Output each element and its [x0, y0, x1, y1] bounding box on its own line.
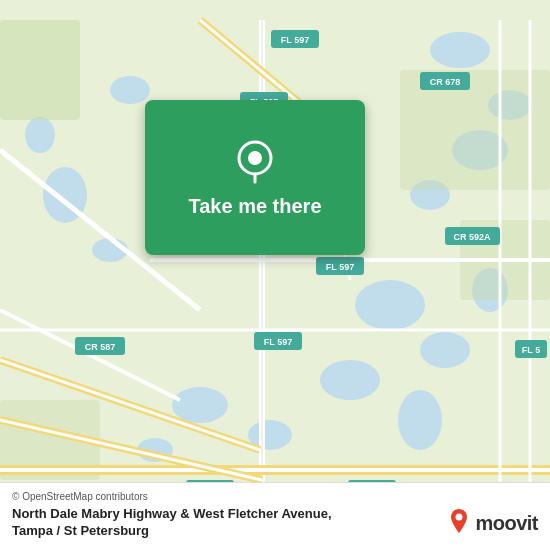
location-text: North Dale Mabry Highway & West Fletcher…: [12, 506, 332, 540]
svg-rect-16: [0, 20, 80, 120]
pin-icon: [231, 137, 279, 185]
svg-point-62: [456, 514, 463, 521]
svg-point-0: [430, 32, 490, 68]
bottom-bar: © OpenStreetMap contributors North Dale …: [0, 482, 550, 550]
attribution: © OpenStreetMap contributors: [12, 491, 538, 502]
svg-point-4: [355, 280, 425, 330]
svg-text:CR 587: CR 587: [85, 342, 116, 352]
svg-point-12: [110, 76, 150, 104]
bottom-content: North Dale Mabry Highway & West Fletcher…: [12, 506, 538, 540]
svg-text:CR 592A: CR 592A: [453, 232, 491, 242]
svg-text:FL 597: FL 597: [281, 35, 309, 45]
svg-point-7: [320, 360, 380, 400]
location-line1: North Dale Mabry Highway & West Fletcher…: [12, 506, 332, 521]
svg-text:CR 678: CR 678: [430, 77, 461, 87]
location-line2: Tampa / St Petersburg: [12, 523, 149, 538]
svg-point-5: [420, 332, 470, 368]
moovit-text: moovit: [475, 512, 538, 535]
attribution-text: © OpenStreetMap contributors: [12, 491, 148, 502]
moovit-logo: moovit: [447, 509, 538, 537]
svg-point-8: [398, 390, 442, 450]
svg-point-13: [172, 387, 228, 423]
moovit-pin-icon: [447, 509, 471, 537]
svg-text:FL 597: FL 597: [264, 337, 292, 347]
card-label: Take me there: [188, 195, 321, 218]
svg-text:FL 5: FL 5: [522, 345, 540, 355]
map-container: FL 597 FL 597 CR 678 FL 597 FL 597 CR 58…: [0, 0, 550, 550]
svg-point-11: [25, 117, 55, 153]
svg-point-60: [248, 151, 262, 165]
navigation-card[interactable]: Take me there: [145, 100, 365, 255]
map-svg: FL 597 FL 597 CR 678 FL 597 FL 597 CR 58…: [0, 0, 550, 550]
svg-text:FL 597: FL 597: [326, 262, 354, 272]
